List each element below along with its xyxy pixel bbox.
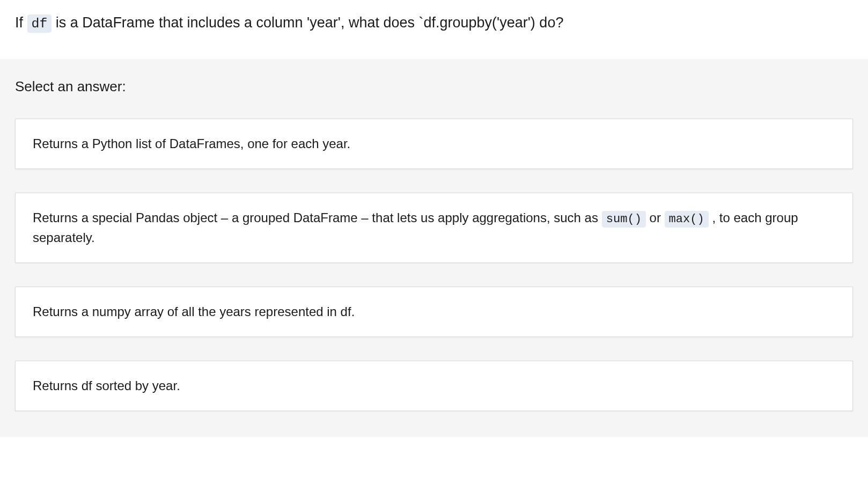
answer-text: or xyxy=(646,210,665,225)
answer-option-1[interactable]: Returns a special Pandas object – a grou… xyxy=(15,193,853,263)
answer-code: sum() xyxy=(602,211,646,228)
answer-text: Returns a numpy array of all the years r… xyxy=(33,304,355,319)
question-prefix: If xyxy=(15,14,27,31)
answers-container: Returns a Python list of DataFrames, one… xyxy=(15,119,853,411)
answers-heading: Select an answer: xyxy=(15,78,853,95)
answer-option-2[interactable]: Returns a numpy array of all the years r… xyxy=(15,287,853,337)
question-text: If df is a DataFrame that includes a col… xyxy=(15,13,853,33)
answer-text: Returns df sorted by year. xyxy=(33,378,180,393)
answer-text: Returns a special Pandas object – a grou… xyxy=(33,210,602,225)
answer-option-3[interactable]: Returns df sorted by year. xyxy=(15,361,853,411)
answers-section: Select an answer: Returns a Python list … xyxy=(0,59,868,437)
question-code-df: df xyxy=(27,14,52,33)
answer-text: Returns a Python list of DataFrames, one… xyxy=(33,136,350,151)
answer-option-0[interactable]: Returns a Python list of DataFrames, one… xyxy=(15,119,853,169)
question-section: If df is a DataFrame that includes a col… xyxy=(0,0,868,59)
answer-code: max() xyxy=(665,211,709,228)
question-suffix: is a DataFrame that includes a column 'y… xyxy=(52,14,563,31)
